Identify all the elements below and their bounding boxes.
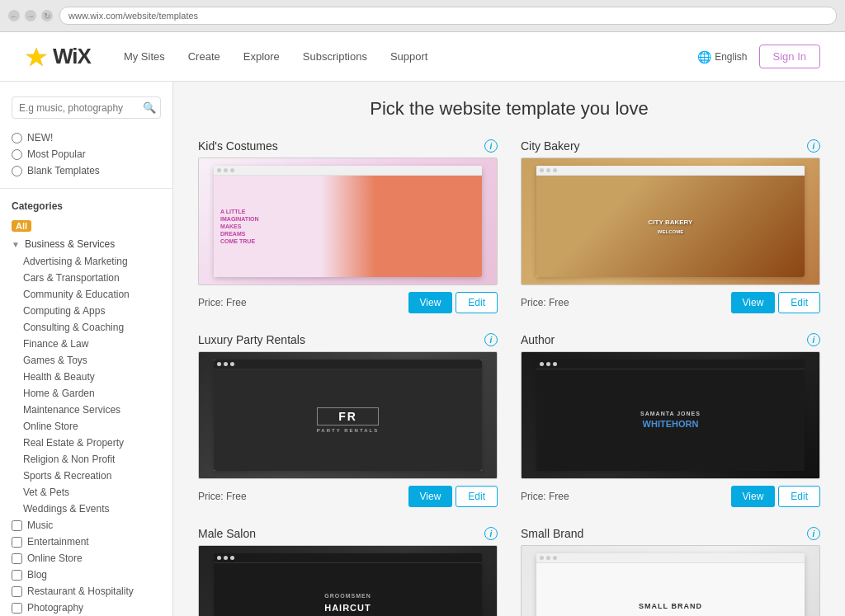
template-name: Author bbox=[521, 333, 555, 346]
preview-dot bbox=[224, 556, 228, 560]
brand-text-sub: SIMULARCA bbox=[628, 614, 712, 617]
nav-links: My Sites Create Explore Subscriptions Su… bbox=[124, 50, 697, 63]
language-label: English bbox=[715, 51, 747, 63]
cat-home[interactable]: Home & Garden bbox=[23, 385, 172, 402]
logo-text: WiX bbox=[53, 44, 91, 69]
preview-content: SAMANTA JONES WHITEHORN bbox=[536, 369, 805, 471]
search-input[interactable] bbox=[19, 102, 143, 114]
categories-label: Categories bbox=[0, 195, 172, 217]
preview-content: FR PARTY RENTALS bbox=[214, 369, 482, 471]
cat-maintenance[interactable]: Maintenance Services bbox=[23, 402, 172, 418]
template-name: Luxury Party Rentals bbox=[198, 333, 305, 346]
edit-button[interactable]: Edit bbox=[456, 486, 498, 507]
cat-advertising[interactable]: Advertising & Marketing bbox=[23, 253, 172, 270]
template-header: Small Brand i bbox=[521, 527, 820, 540]
cat-games[interactable]: Games & Toys bbox=[23, 352, 172, 369]
category-blog[interactable]: Blog bbox=[0, 567, 172, 583]
template-preview: CITY BAKERY WELCOME bbox=[521, 158, 820, 285]
template-card-male-salon: Male Salon i GROOMSMEN bbox=[198, 527, 498, 616]
template-footer: Price: Free View Edit bbox=[198, 292, 498, 313]
preview-dot bbox=[553, 362, 557, 366]
template-preview: SAMANTA JONES WHITEHORN bbox=[521, 351, 820, 479]
edit-button[interactable]: Edit bbox=[778, 292, 820, 313]
search-box[interactable]: 🔍 bbox=[12, 96, 161, 119]
nav-support[interactable]: Support bbox=[390, 50, 428, 63]
template-preview: FR PARTY RENTALS bbox=[198, 351, 498, 479]
category-entertainment[interactable]: Entertainment bbox=[0, 534, 172, 550]
nav-explore[interactable]: Explore bbox=[243, 50, 280, 63]
edit-button[interactable]: Edit bbox=[456, 292, 498, 313]
template-header: Male Salon i bbox=[198, 527, 498, 540]
top-nav: WiX My Sites Create Explore Subscription… bbox=[0, 32, 845, 82]
info-icon[interactable]: i bbox=[807, 527, 820, 540]
price-text: Price: Free bbox=[198, 491, 247, 502]
info-icon[interactable]: i bbox=[807, 139, 820, 153]
preview-bar bbox=[214, 360, 482, 369]
view-button[interactable]: View bbox=[731, 486, 776, 507]
filter-radio-group: NEW! Most Popular Blank Templates bbox=[0, 132, 172, 176]
info-icon[interactable]: i bbox=[484, 139, 498, 153]
cat-vet[interactable]: Vet & Pets bbox=[23, 484, 172, 501]
filter-new[interactable]: NEW! bbox=[12, 132, 161, 143]
category-photography[interactable]: Photography bbox=[0, 600, 172, 616]
reload-button[interactable]: ↻ bbox=[41, 10, 53, 21]
preview-dot bbox=[230, 362, 234, 366]
browser-controls: ← → ↻ bbox=[8, 10, 53, 21]
template-footer: Price: Free View Edit bbox=[521, 292, 820, 313]
salon-text: GROOMSMEN HAIRCUT FACIAL STYLING bbox=[324, 592, 371, 616]
category-business[interactable]: ▼ Business & Services bbox=[0, 235, 172, 253]
view-button[interactable]: View bbox=[731, 292, 776, 313]
info-icon[interactable]: i bbox=[484, 333, 498, 346]
template-preview: GROOMSMEN HAIRCUT FACIAL STYLING bbox=[198, 545, 498, 616]
logo[interactable]: WiX bbox=[25, 44, 91, 69]
view-button[interactable]: View bbox=[408, 292, 453, 313]
cat-religion[interactable]: Religion & Non Profit bbox=[23, 451, 172, 468]
nav-mysites[interactable]: My Sites bbox=[124, 50, 165, 63]
preview-content: A LITTLE IMAGINATION MAKES DREAMS COME T… bbox=[214, 176, 482, 277]
luxury-content: FR PARTY RENTALS bbox=[214, 369, 482, 471]
preview-dot bbox=[217, 556, 221, 560]
cat-consulting[interactable]: Consulting & Coaching bbox=[23, 319, 172, 336]
info-icon[interactable]: i bbox=[484, 527, 498, 540]
category-online-store[interactable]: Online Store bbox=[0, 550, 172, 567]
template-header: City Bakery i bbox=[521, 139, 820, 153]
preview-dot bbox=[546, 168, 550, 172]
preview-content: SMALL BRAND SIMULARCA bbox=[536, 563, 805, 616]
language-selector[interactable]: 🌐 English bbox=[697, 50, 747, 63]
preview-dot bbox=[546, 556, 550, 560]
cat-weddings[interactable]: Weddings & Events bbox=[23, 501, 172, 517]
bakery-text: CITY BAKERY WELCOME bbox=[649, 219, 693, 234]
search-icon: 🔍 bbox=[143, 101, 156, 114]
cat-realestate[interactable]: Real Estate & Property bbox=[23, 435, 172, 451]
nav-subscriptions[interactable]: Subscriptions bbox=[303, 50, 367, 63]
signin-button[interactable]: Sign In bbox=[759, 45, 820, 68]
btn-group: View Edit bbox=[408, 486, 498, 507]
view-button[interactable]: View bbox=[408, 486, 453, 507]
cat-community[interactable]: Community & Education bbox=[23, 286, 172, 303]
preview-dot bbox=[546, 362, 550, 366]
cat-cars[interactable]: Cars & Transportation bbox=[23, 270, 172, 286]
cat-online-store-sub[interactable]: Online Store bbox=[23, 418, 172, 435]
back-button[interactable]: ← bbox=[8, 10, 20, 21]
filter-blank[interactable]: Blank Templates bbox=[12, 165, 161, 176]
luxury-text: FR PARTY RENTALS bbox=[317, 407, 379, 433]
cat-finance[interactable]: Finance & Law bbox=[23, 336, 172, 352]
nav-create[interactable]: Create bbox=[188, 50, 220, 63]
category-all[interactable]: All bbox=[0, 217, 172, 235]
filter-most-popular[interactable]: Most Popular bbox=[12, 148, 161, 160]
template-preview: A LITTLE IMAGINATION MAKES DREAMS COME T… bbox=[198, 158, 498, 285]
cat-health[interactable]: Health & Beauty bbox=[23, 369, 172, 385]
address-bar[interactable]: www.wix.com/website/templates bbox=[59, 7, 837, 25]
cat-computing[interactable]: Computing & Apps bbox=[23, 303, 172, 319]
kids-content: A LITTLE IMAGINATION MAKES DREAMS COME T… bbox=[214, 176, 482, 277]
preview-dot bbox=[553, 556, 557, 560]
edit-button[interactable]: Edit bbox=[778, 486, 820, 507]
category-music[interactable]: Music bbox=[0, 517, 172, 534]
globe-icon: 🌐 bbox=[697, 50, 711, 63]
category-restaurant[interactable]: Restaurant & Hospitality bbox=[0, 583, 172, 600]
cat-sports[interactable]: Sports & Recreation bbox=[23, 468, 172, 484]
forward-button[interactable]: → bbox=[25, 10, 36, 21]
preview-dot bbox=[224, 362, 228, 366]
preview-dot bbox=[553, 168, 557, 172]
info-icon[interactable]: i bbox=[807, 333, 820, 346]
